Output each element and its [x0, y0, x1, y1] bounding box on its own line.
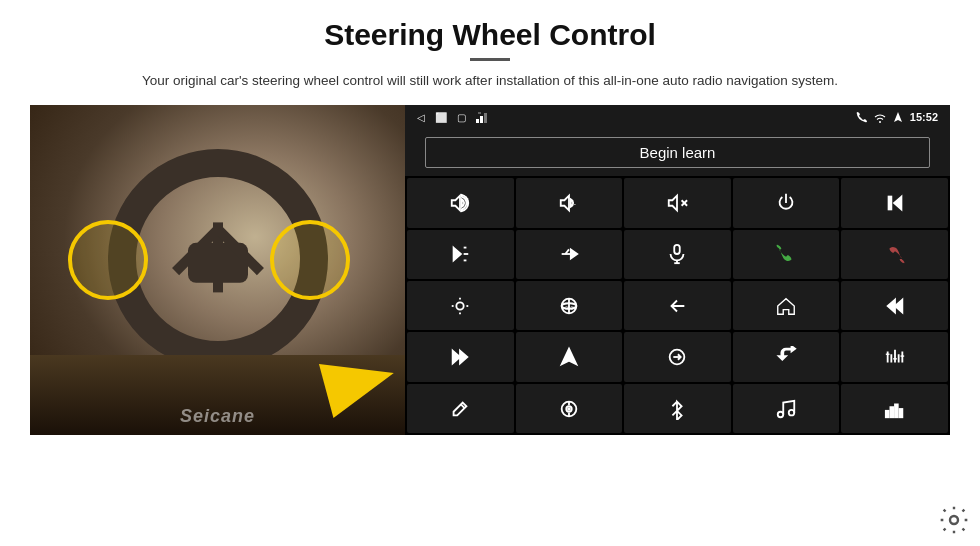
highlight-circle-right — [270, 220, 350, 300]
fast-forward-button[interactable] — [407, 332, 514, 381]
skip-forward-button[interactable] — [516, 230, 623, 279]
phone-end-button[interactable] — [841, 230, 948, 279]
svg-point-49 — [568, 408, 570, 410]
music-button[interactable] — [733, 384, 840, 433]
vol-up-button[interactable]: + — [407, 178, 514, 227]
svg-point-52 — [778, 411, 784, 417]
svg-rect-54 — [886, 410, 889, 416]
next-track-button[interactable] — [407, 230, 514, 279]
settings-button[interactable] — [936, 502, 972, 538]
bluetooth-button[interactable] — [624, 384, 731, 433]
microphone-button[interactable] — [624, 230, 731, 279]
record-button[interactable] — [733, 332, 840, 381]
watermark: Seicane — [180, 406, 255, 427]
svg-rect-56 — [895, 404, 898, 417]
signal-strength-icon — [892, 111, 904, 123]
svg-rect-19 — [675, 245, 681, 254]
android-screen: ◁ ⬜ ▢ — [405, 105, 950, 435]
svg-marker-34 — [453, 351, 460, 364]
svg-marker-5 — [894, 112, 902, 122]
svg-text:360°: 360° — [565, 305, 575, 310]
svg-point-22 — [457, 302, 464, 309]
svg-marker-10 — [894, 197, 901, 210]
highlight-circle-left — [68, 220, 148, 300]
svg-rect-57 — [899, 409, 902, 417]
steering-wheel-image: Seicane — [30, 105, 405, 435]
steering-bg: Seicane — [30, 105, 405, 435]
rewind-button[interactable] — [841, 281, 948, 330]
power-button[interactable] — [733, 178, 840, 227]
page-title: Steering Wheel Control — [324, 18, 656, 52]
signal-icon — [476, 111, 490, 123]
content-area: Seicane ◁ ⬜ ▢ — [30, 105, 950, 435]
wifi-icon — [874, 112, 886, 123]
back-button[interactable] — [624, 281, 731, 330]
nav-home-icon[interactable]: ⬜ — [435, 112, 447, 123]
svg-marker-17 — [571, 250, 577, 259]
svg-marker-12 — [454, 248, 461, 261]
vol-mute-button[interactable] — [624, 178, 731, 227]
begin-learn-area: Begin learn — [405, 129, 950, 176]
vol-down-button[interactable]: - — [516, 178, 623, 227]
title-underline — [470, 58, 510, 61]
icon-grid: + - — [405, 176, 950, 435]
prev-track-button[interactable] — [841, 178, 948, 227]
time-display: 15:52 — [910, 111, 938, 123]
svg-rect-11 — [888, 197, 891, 210]
svg-rect-3 — [478, 112, 481, 114]
svg-text:+: + — [465, 194, 469, 203]
svg-rect-1 — [480, 116, 483, 123]
page-subtitle: Your original car's steering wheel contr… — [142, 71, 838, 91]
svg-point-4 — [879, 121, 881, 123]
svg-point-58 — [950, 516, 958, 524]
page-wrapper: Steering Wheel Control Your original car… — [0, 0, 980, 546]
svg-rect-0 — [476, 119, 479, 123]
status-bar: ◁ ⬜ ▢ — [405, 105, 950, 129]
status-bar-right: 15:52 — [856, 111, 938, 123]
status-bar-left: ◁ ⬜ ▢ — [417, 111, 490, 123]
target-button[interactable] — [516, 384, 623, 433]
svg-marker-35 — [562, 349, 577, 365]
nav-back-icon[interactable]: ◁ — [417, 112, 425, 123]
svg-point-53 — [789, 409, 795, 415]
svg-rect-55 — [890, 407, 893, 417]
phone-answer-button[interactable] — [733, 230, 840, 279]
spectrum-button[interactable] — [841, 384, 948, 433]
360-view-button[interactable]: 360° — [516, 281, 623, 330]
home-button[interactable] — [733, 281, 840, 330]
phone-status-icon — [856, 111, 868, 123]
pen-button[interactable] — [407, 384, 514, 433]
nav-recent-icon[interactable]: ▢ — [457, 112, 466, 123]
equalizer-button[interactable] — [841, 332, 948, 381]
swap-button[interactable] — [624, 332, 731, 381]
svg-text:-: - — [573, 199, 576, 208]
navigation-button[interactable] — [516, 332, 623, 381]
brightness-button[interactable] — [407, 281, 514, 330]
svg-rect-2 — [484, 113, 487, 123]
begin-learn-button[interactable]: Begin learn — [425, 137, 930, 168]
svg-marker-32 — [895, 299, 902, 312]
